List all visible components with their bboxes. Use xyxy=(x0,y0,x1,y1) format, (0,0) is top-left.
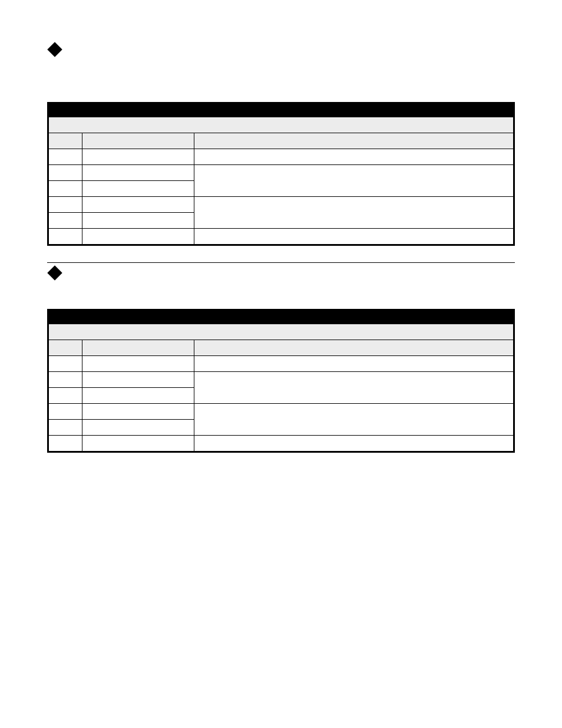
col-header xyxy=(48,133,82,149)
cell xyxy=(48,388,82,404)
table-subhead xyxy=(48,117,514,133)
cell xyxy=(82,229,194,245)
cell xyxy=(194,372,514,404)
table-title-row xyxy=(48,103,514,117)
cell xyxy=(48,420,82,436)
table-row xyxy=(48,372,514,388)
cell xyxy=(48,372,82,388)
cell xyxy=(194,229,514,245)
table-row xyxy=(48,197,514,213)
table-header-row xyxy=(48,340,514,356)
data-table xyxy=(47,309,515,453)
cell xyxy=(48,181,82,197)
cell xyxy=(194,149,514,165)
table-row xyxy=(48,356,514,372)
cell xyxy=(82,181,194,197)
cell xyxy=(82,213,194,229)
section-intro xyxy=(47,58,515,94)
cell xyxy=(82,197,194,213)
page xyxy=(0,0,562,728)
col-header xyxy=(82,340,194,356)
cell xyxy=(82,372,194,388)
cell xyxy=(82,165,194,181)
section-header xyxy=(47,44,515,55)
table-row xyxy=(48,165,514,181)
table-row xyxy=(48,436,514,452)
col-header xyxy=(82,133,194,149)
table-header-row xyxy=(48,133,514,149)
cell xyxy=(48,149,82,165)
cell xyxy=(48,436,82,452)
table-title xyxy=(48,103,514,117)
table-subhead-row xyxy=(48,324,514,340)
cell xyxy=(48,229,82,245)
cell xyxy=(194,197,514,229)
data-table xyxy=(47,102,515,246)
cell xyxy=(48,404,82,420)
table-title-row xyxy=(48,310,514,324)
table-row xyxy=(48,229,514,245)
table-subhead xyxy=(48,324,514,340)
section-intro xyxy=(47,282,515,301)
diamond-bullet-icon xyxy=(47,42,62,57)
cell xyxy=(194,165,514,197)
cell xyxy=(194,436,514,452)
section-divider xyxy=(47,262,515,263)
cell xyxy=(82,436,194,452)
cell xyxy=(82,356,194,372)
cell xyxy=(82,388,194,404)
section-header xyxy=(47,268,515,278)
cell xyxy=(194,404,514,436)
cell xyxy=(48,356,82,372)
cell xyxy=(48,165,82,181)
table-row xyxy=(48,149,514,165)
cell xyxy=(194,356,514,372)
col-header xyxy=(194,340,514,356)
col-header xyxy=(194,133,514,149)
table-subhead-row xyxy=(48,117,514,133)
cell xyxy=(82,404,194,420)
cell xyxy=(48,213,82,229)
cell xyxy=(82,420,194,436)
cell xyxy=(82,149,194,165)
diamond-bullet-icon xyxy=(47,265,62,280)
table-row xyxy=(48,404,514,420)
col-header xyxy=(48,340,82,356)
table-title xyxy=(48,310,514,324)
cell xyxy=(48,197,82,213)
